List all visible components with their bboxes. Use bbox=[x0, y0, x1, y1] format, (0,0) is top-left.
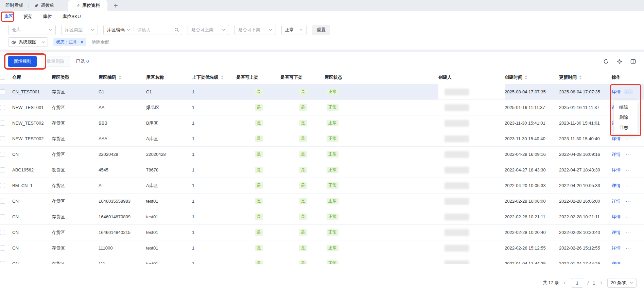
row-checkbox[interactable] bbox=[0, 105, 5, 110]
window-tab-dashboard[interactable]: 即时看板 bbox=[0, 0, 29, 11]
tab-location[interactable]: 库位 bbox=[43, 14, 52, 20]
redacted-creator bbox=[445, 135, 469, 142]
cell-warehouse: ABC19562 bbox=[12, 167, 52, 172]
menu-item-delete[interactable]: 删除 bbox=[614, 112, 638, 123]
zone-code-field-selector[interactable]: 库区编码 bbox=[107, 27, 125, 33]
cell-actions: 详情··· bbox=[612, 245, 644, 251]
detail-link[interactable]: 详情 bbox=[612, 261, 621, 264]
cell-zone-status: 正常 bbox=[325, 151, 438, 158]
cell-updated-at: 2022-02-28 16:06:00 bbox=[559, 199, 612, 204]
status-badge: 正常 bbox=[327, 229, 338, 236]
zone-code-search-input[interactable] bbox=[137, 28, 172, 33]
detail-link[interactable]: 详情 bbox=[612, 214, 621, 220]
search-icon[interactable] bbox=[174, 28, 179, 32]
row-checkbox[interactable] bbox=[0, 261, 5, 264]
menu-item-edit[interactable]: 编辑 bbox=[614, 102, 638, 112]
detail-link[interactable]: 详情 bbox=[612, 151, 621, 158]
status-select-value: 正常 bbox=[285, 27, 299, 33]
window-tab-label: 调拨单 bbox=[41, 2, 54, 8]
tab-shelf[interactable]: 货架 bbox=[23, 14, 33, 20]
cell-created-at: 2022-01-04 17:44:25 bbox=[505, 261, 559, 264]
row-checkbox[interactable] bbox=[0, 136, 5, 141]
column-header: 操作 bbox=[612, 74, 621, 80]
cell-created-at: 2023-11-30 15:41:01 bbox=[505, 121, 559, 126]
sort-icon[interactable] bbox=[119, 75, 121, 79]
row-checkbox[interactable] bbox=[0, 121, 5, 126]
row-checkbox[interactable] bbox=[0, 183, 5, 188]
detail-link[interactable]: 详情 bbox=[612, 167, 621, 173]
chevron-down-icon[interactable] bbox=[127, 28, 130, 32]
more-actions-button[interactable]: ··· bbox=[624, 245, 633, 251]
more-actions-button[interactable]: ··· bbox=[624, 152, 633, 157]
gear-icon[interactable] bbox=[617, 59, 622, 64]
yes-badge: 是 bbox=[299, 198, 307, 205]
more-actions-button[interactable]: ··· bbox=[624, 261, 633, 264]
more-actions-button[interactable]: ··· bbox=[624, 167, 633, 172]
system-view-select[interactable]: 系统视图 bbox=[8, 37, 48, 47]
more-actions-button[interactable]: ··· bbox=[624, 89, 633, 94]
columns-icon[interactable] bbox=[630, 59, 636, 64]
detail-link[interactable]: 详情 bbox=[612, 198, 621, 204]
cell-zone-status: 正常 bbox=[325, 182, 438, 189]
more-actions-button[interactable]: ··· bbox=[624, 230, 633, 235]
row-checkbox[interactable] bbox=[0, 230, 5, 235]
warehouse-select[interactable]: 仓库 bbox=[8, 25, 56, 35]
can-takedown-select[interactable]: 是否可下架 bbox=[234, 25, 276, 35]
cell-updated-at: 2022-02-28 10:20:40 bbox=[559, 230, 612, 235]
refresh-icon[interactable] bbox=[603, 59, 609, 64]
sort-icon[interactable] bbox=[221, 75, 224, 79]
detail-link[interactable]: 详情 bbox=[612, 230, 621, 236]
row-checkbox-cell bbox=[0, 167, 12, 172]
clear-all-filters-button[interactable]: 清除全部 bbox=[92, 39, 109, 45]
cell-updated-at: 2022-04-28 16:09:16 bbox=[559, 152, 612, 157]
page-number-input[interactable] bbox=[571, 278, 583, 288]
sort-icon[interactable] bbox=[579, 75, 582, 79]
row-checkbox[interactable] bbox=[0, 167, 5, 172]
cell-zone-code: 4545 bbox=[99, 167, 146, 172]
more-actions-button[interactable]: ··· bbox=[624, 183, 633, 188]
cell-can-takedown: 是 bbox=[280, 89, 325, 95]
reset-button[interactable]: 重置 bbox=[312, 25, 330, 35]
detail-link[interactable]: 详情 bbox=[612, 183, 621, 189]
status-select[interactable]: 正常 bbox=[281, 25, 307, 35]
window-tab-location-data[interactable]: 库位资料 bbox=[68, 0, 107, 11]
can-putaway-placeholder: 是否可上架 bbox=[191, 27, 222, 33]
window-tab-label: 即时看板 bbox=[5, 2, 23, 8]
row-checkbox[interactable] bbox=[0, 152, 5, 157]
next-page-button[interactable] bbox=[599, 281, 603, 285]
row-checkbox-cell bbox=[0, 121, 12, 126]
cell-can-takedown: 是 bbox=[280, 104, 325, 111]
more-actions-button[interactable]: ··· bbox=[624, 214, 633, 219]
can-putaway-select[interactable]: 是否可上架 bbox=[188, 25, 229, 35]
more-actions-button[interactable]: ··· bbox=[624, 136, 633, 141]
more-actions-button[interactable]: ··· bbox=[624, 199, 633, 204]
cell-warehouse: CN bbox=[12, 199, 52, 204]
page-size-select[interactable]: 20 条/页 bbox=[607, 278, 637, 288]
yes-badge: 是 bbox=[299, 214, 307, 220]
cell-created-at: 2022-02-26 15:12:55 bbox=[505, 245, 559, 251]
row-checkbox[interactable] bbox=[0, 214, 5, 219]
row-checkbox[interactable] bbox=[0, 89, 5, 94]
row-checkbox[interactable] bbox=[0, 199, 5, 204]
cell-priority: 1 bbox=[192, 199, 236, 204]
new-tab-button[interactable] bbox=[107, 0, 124, 11]
window-tab-transfer-order[interactable]: 调拨单 bbox=[29, 0, 59, 11]
prev-page-button[interactable] bbox=[563, 281, 567, 285]
tab-zone[interactable]: 库区 bbox=[4, 14, 13, 20]
chevron-down-icon bbox=[49, 28, 52, 32]
table-row: CN存货区1646035558983test011是是正常2022-02-28 … bbox=[0, 194, 644, 209]
close-icon[interactable] bbox=[80, 40, 84, 44]
detail-link[interactable]: 详情 bbox=[612, 136, 621, 142]
menu-item-log[interactable]: 日志 bbox=[614, 123, 638, 133]
chevron-down-icon bbox=[269, 28, 272, 32]
zone-type-select[interactable]: 库区类型 bbox=[61, 25, 98, 35]
cell-actions: 详情··· bbox=[612, 214, 644, 220]
tab-location-sku[interactable]: 库位SKU bbox=[62, 14, 81, 20]
sort-icon[interactable] bbox=[525, 75, 527, 79]
row-checkbox[interactable] bbox=[0, 245, 5, 251]
select-all-checkbox[interactable] bbox=[0, 75, 5, 80]
detail-link[interactable]: 详情 bbox=[612, 89, 621, 95]
add-rule-button[interactable]: 新增规则 bbox=[8, 56, 37, 67]
detail-link[interactable]: 详情 bbox=[612, 245, 621, 251]
column-header: 是否可上架 bbox=[236, 74, 258, 80]
